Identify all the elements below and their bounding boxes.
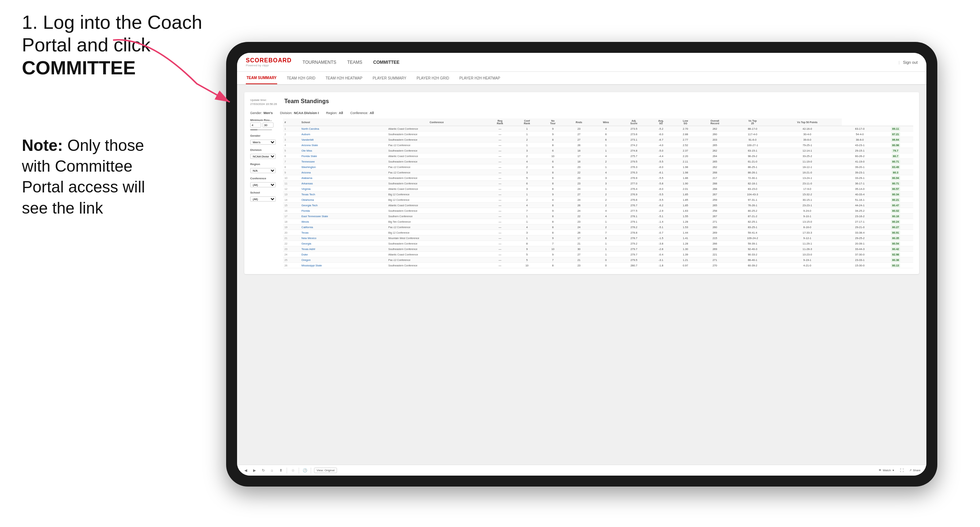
minimum-rounds-filter: Minimum Rou... [250, 119, 279, 130]
sub-nav-team-h2h-grid[interactable]: TEAM H2H GRID [286, 72, 316, 84]
table-row[interactable]: 18IllinoisBig Ten Conference—18231279.1-… [283, 219, 913, 224]
col-conference: Conference [387, 119, 487, 126]
nav-teams[interactable]: TEAMS [347, 58, 362, 66]
standings-card: Update time: 27/03/2024 16:56:26 Team St… [244, 92, 919, 274]
min-rounds-input[interactable] [250, 122, 261, 127]
table-row[interactable]: 2AuburnSoutheastern Conference—19276273.… [283, 132, 913, 137]
table-row[interactable]: 23Texas A&MSoutheastern Conference—91030… [283, 246, 913, 252]
main-content: Minimum Rou... Gender [250, 119, 913, 268]
col-rnds: Rnds [565, 119, 593, 126]
logo-subtitle: Powered by clippi [246, 64, 292, 67]
content-area: Update time: 27/03/2024 16:56:26 Team St… [237, 85, 926, 465]
toolbar-sep3 [311, 468, 311, 473]
toolbar-refresh[interactable]: ↻ [261, 468, 266, 473]
school-filter: School (All) [250, 191, 279, 202]
instruction-title: 1. Log into the Coach Portal and click C… [22, 11, 226, 79]
table-row[interactable]: 13Texas TechBig 12 Conference—19272276.9… [283, 192, 913, 197]
logo-title: SCOREBOARD [246, 57, 292, 64]
sub-nav-player-h2h-heatmap[interactable]: PLAYER H2H HEATMAP [458, 72, 501, 84]
table-row[interactable]: 8WashingtonPac-12 Conference—28231276.3-… [283, 164, 913, 170]
conference-select[interactable]: (All) [250, 182, 276, 187]
table-row[interactable]: 4Arizona StatePac-12 Conference—18261274… [283, 143, 913, 148]
sub-nav-player-h2h-grid[interactable]: PLAYER H2H GRID [416, 72, 450, 84]
watch-button[interactable]: 👁 Watch ▼ [878, 469, 894, 472]
table-row[interactable]: 21New MexicoMountain West Conference—191… [283, 235, 913, 241]
region-filter: Region N/A [250, 162, 279, 173]
instruction-area: 1. Log into the Coach Portal and click C… [22, 11, 226, 90]
toolbar-clock[interactable]: 🕐 [302, 468, 308, 473]
col-adj-score: Adj.Score [619, 119, 649, 126]
sub-nav-team-h2h-heatmap[interactable]: TEAM H2H HEATMAP [325, 72, 363, 84]
bottom-toolbar: ◀ ▶ ↻ ⌂ ⬆ ☆ 🕐 View: Original 👁 Watch ▼ ⛶ [237, 465, 926, 476]
sub-nav: TEAM SUMMARY TEAM H2H GRID TEAM H2H HEAT… [237, 72, 926, 85]
table-row[interactable]: 7TennesseeSoutheastern Conference—461822… [283, 159, 913, 164]
col-vs-top50: Vs Top 50 Points [773, 119, 842, 126]
standings-table: # School Conference RegRank ConfRank NoT… [283, 119, 913, 268]
division-filter: Division NCAA Division I [250, 148, 279, 159]
scoreboard-logo: SCOREBOARD Powered by clippi [246, 57, 292, 67]
gender-filter: Gender Men's Women's [250, 134, 279, 145]
standings-title: Team Standings [284, 98, 329, 105]
col-reg-rank: RegRank [487, 119, 514, 126]
table-row[interactable]: 5Ole MissSoutheastern Conference—3618127… [283, 148, 913, 154]
table-row[interactable]: 25OregonPac-12 Conference—57210279.5-3.1… [283, 257, 913, 263]
toolbar-back[interactable]: ◀ [243, 468, 249, 473]
card-header: Update time: 27/03/2024 16:56:26 Team St… [250, 98, 913, 106]
col-low-sg: LowSG [673, 119, 698, 126]
table-row[interactable]: 1North CarolinaAtlantic Coast Conference… [283, 126, 913, 132]
table-row[interactable]: 9ArizonaPac-12 Conference—38224276.3-6.1… [283, 170, 913, 175]
tablet-frame: SCOREBOARD Powered by clippi TOURNAMENTS… [226, 42, 937, 487]
note-area: Note: Only those with Committee Portal a… [22, 135, 175, 218]
table-row[interactable]: 19CaliforniaPac-12 Conference—48242278.2… [283, 224, 913, 230]
school-select[interactable]: (All) [250, 197, 276, 202]
table-row[interactable]: 24DukeAtlantic Coast Conference—59271279… [283, 252, 913, 257]
col-rank: # [283, 119, 300, 126]
conference-filter-display: Conference: All [350, 111, 374, 115]
table-row[interactable]: 16FloridaSoutheastern Conference—7924427… [283, 208, 913, 214]
sub-nav-player-summary[interactable]: PLAYER SUMMARY [372, 72, 407, 84]
filters-row: Gender: Men's Division: NCAA Division I … [250, 111, 913, 115]
gender-filter-display: Gender: Men's [250, 111, 273, 115]
tablet-screen: SCOREBOARD Powered by clippi TOURNAMENTS… [237, 53, 926, 476]
col-vs-top25: Vs Top25 [732, 119, 773, 126]
toolbar-bookmark[interactable]: ☆ [290, 468, 296, 473]
sub-nav-team-summary[interactable]: TEAM SUMMARY [246, 72, 277, 84]
table-row[interactable]: 3VanderbiltSoutheastern Conference—28276… [283, 137, 913, 143]
division-select[interactable]: NCAA Division I [250, 154, 276, 159]
col-no-tour: NoTour [541, 119, 565, 126]
sign-out-button[interactable]: Sign out [903, 60, 918, 65]
sidebar-filters: Minimum Rou... Gender [250, 119, 279, 268]
col-avg-sg: Avg.SG [649, 119, 674, 126]
nav-tournaments[interactable]: TOURNAMENTS [303, 58, 336, 66]
nav-committee[interactable]: COMMITTEE [373, 58, 399, 66]
table-row[interactable]: 10AlabamaSoutheastern Conference—5623327… [283, 175, 913, 181]
standings-table-container: # School Conference RegRank ConfRank NoT… [283, 119, 913, 268]
table-row[interactable]: 11ArkansasSoutheastern Conference—682332… [283, 181, 913, 186]
table-row[interactable]: 15Georgia TechAtlantic Coast Conference—… [283, 203, 913, 208]
toolbar-home[interactable]: ⌂ [269, 468, 275, 473]
col-school: School [300, 119, 387, 126]
rounds-slider[interactable] [250, 129, 272, 130]
table-row[interactable]: 12VirginiaAtlantic Coast Conference—3824… [283, 186, 913, 192]
max-rounds-input[interactable] [262, 122, 274, 127]
view-original-button[interactable]: View: Original [314, 468, 337, 473]
col-overall-record: OverallRecord [698, 119, 732, 126]
region-select[interactable]: N/A [250, 168, 276, 173]
toolbar-share-small[interactable]: ⬆ [278, 468, 284, 473]
sign-out-area: | Sign out [899, 60, 918, 65]
update-time: Update time: 27/03/2024 16:56:26 [250, 98, 277, 106]
table-row[interactable]: 20TexasBig 12 Conference—38267278.8-0.71… [283, 230, 913, 235]
toolbar-fullscreen[interactable]: ⛶ [899, 468, 905, 473]
app-header: SCOREBOARD Powered by clippi TOURNAMENTS… [237, 53, 926, 72]
conference-filter: Conference (All) [250, 177, 279, 187]
table-row[interactable]: 26Mississippi StateSoutheastern Conferen… [283, 263, 913, 268]
toolbar-forward[interactable]: ▶ [251, 468, 258, 473]
table-row[interactable]: 6Florida StateAtlantic Coast Conference—… [283, 154, 913, 159]
gender-select[interactable]: Men's Women's [250, 140, 276, 145]
table-row[interactable]: 14OklahomaBig 12 Conference—24242276.6-5… [283, 197, 913, 203]
share-button[interactable]: ↗ Share [909, 469, 921, 472]
table-row[interactable]: 17East Tennessee StateSouthern Conferenc… [283, 214, 913, 219]
col-wins: Wins [593, 119, 619, 126]
col-conf-rank: ConfRank [514, 119, 541, 126]
table-row[interactable]: 22GeorgiaSoutheastern Conference—8721127… [283, 241, 913, 246]
